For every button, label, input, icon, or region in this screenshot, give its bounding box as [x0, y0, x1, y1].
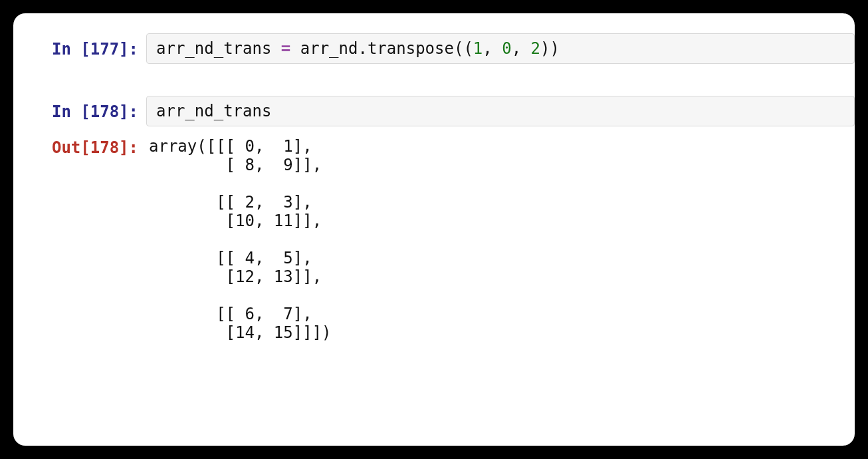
code-token: arr_nd_trans — [156, 39, 271, 58]
code-output: array([[[ 0, 1], [ 8, 9]], [[ 2, 3], [10… — [146, 132, 855, 347]
code-token: . — [358, 39, 367, 58]
code-token: arr_nd — [300, 39, 358, 58]
code-token: 2 — [531, 39, 540, 58]
code-token: (( — [454, 39, 473, 58]
cell-out-178: Out[178]: array([[[ 0, 1], [ 8, 9]], [[ … — [13, 132, 855, 347]
code-input[interactable]: arr_nd_trans — [146, 96, 855, 126]
code-token: , — [483, 39, 502, 58]
cell-in-177: In [177]: arr_nd_trans = arr_nd.transpos… — [13, 33, 855, 64]
cell-spacer — [13, 68, 855, 96]
code-token: transpose — [368, 39, 454, 58]
code-token: 0 — [502, 39, 511, 58]
input-prompt: In [177]: — [13, 33, 146, 59]
notebook-panel: In [177]: arr_nd_trans = arr_nd.transpos… — [13, 13, 855, 446]
cell-in-178: In [178]: arr_nd_trans — [13, 96, 855, 126]
output-prompt: Out[178]: — [13, 132, 146, 157]
code-token: = — [271, 39, 300, 58]
code-token: arr_nd_trans — [156, 102, 271, 120]
code-token: , — [512, 39, 531, 58]
code-input[interactable]: arr_nd_trans = arr_nd.transpose((1, 0, 2… — [146, 33, 855, 64]
code-token: 1 — [473, 39, 483, 58]
code-token: )) — [540, 39, 560, 58]
input-prompt: In [178]: — [13, 96, 146, 121]
